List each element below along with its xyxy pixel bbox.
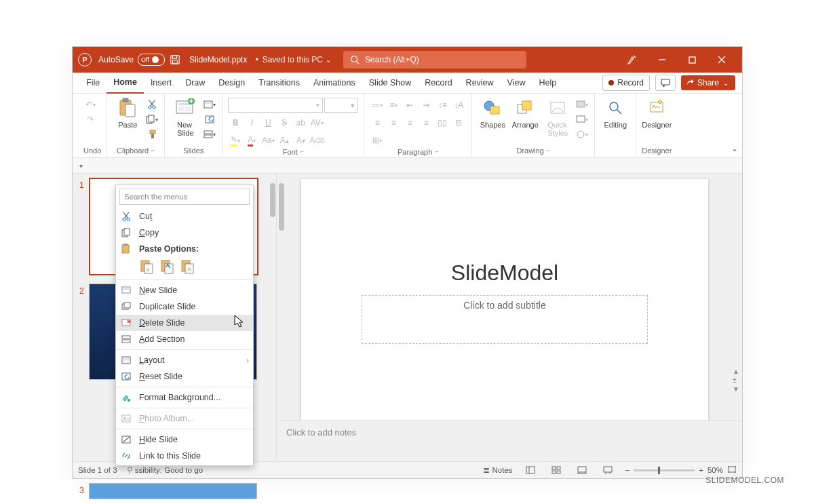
- view-slideshow-icon[interactable]: [600, 464, 616, 476]
- menu-layout[interactable]: Layout ›: [116, 352, 253, 368]
- line-spacing-button[interactable]: ↕≡: [435, 98, 450, 113]
- menu-search-input[interactable]: Search the menus: [119, 189, 250, 205]
- editing-button[interactable]: Editing: [600, 96, 630, 129]
- record-button[interactable]: Record: [602, 75, 650, 91]
- menu-reset-slide[interactable]: Reset Slide: [116, 368, 253, 385]
- nav-arrows[interactable]: ▲±▼: [733, 368, 739, 393]
- notes-toggle[interactable]: ≣ Notes: [483, 465, 512, 475]
- strike-button[interactable]: S: [277, 115, 292, 130]
- ink-icon[interactable]: [617, 47, 647, 73]
- layout-button[interactable]: ▾: [203, 98, 216, 111]
- save-status-caret-icon[interactable]: ⌄: [326, 56, 331, 64]
- tab-help[interactable]: Help: [532, 73, 563, 93]
- slide-scrollbar[interactable]: [278, 175, 286, 231]
- thumb-scrollbar[interactable]: [268, 175, 276, 463]
- menu-new-slide[interactable]: New Slide: [116, 282, 253, 298]
- arrange-button[interactable]: Arrange: [510, 96, 540, 129]
- highlight-button[interactable]: ✎▾: [228, 133, 243, 148]
- shape-fill-button[interactable]: ▾: [575, 98, 589, 111]
- menu-format-background[interactable]: Format Background...: [116, 389, 253, 406]
- text-direction-button[interactable]: ↕A: [451, 98, 466, 113]
- maximize-button[interactable]: [677, 47, 707, 73]
- menu-duplicate-slide[interactable]: Duplicate Slide: [116, 298, 253, 315]
- cut-button[interactable]: [145, 98, 159, 111]
- tab-review[interactable]: Review: [459, 73, 501, 93]
- grow-font-button[interactable]: A▴: [277, 133, 292, 148]
- shape-outline-button[interactable]: ▾: [575, 113, 589, 126]
- align-left-button[interactable]: ≡: [370, 115, 385, 130]
- redo-button[interactable]: ↷: [83, 113, 97, 126]
- tab-draw[interactable]: Draw: [178, 73, 212, 93]
- justify-button[interactable]: ≡: [419, 115, 433, 130]
- tab-home[interactable]: Home: [106, 72, 144, 94]
- qab-customize-icon[interactable]: ▾: [79, 162, 83, 170]
- menu-delete-slide[interactable]: Delete Slide: [116, 315, 253, 331]
- menu-cut[interactable]: Cut: [116, 208, 253, 225]
- fit-window-icon[interactable]: [727, 465, 737, 475]
- font-name-combo[interactable]: ▾: [228, 98, 323, 113]
- zoom-control[interactable]: − + 50%: [625, 465, 737, 475]
- zoom-percent[interactable]: 50%: [708, 466, 723, 474]
- shadow-button[interactable]: ab: [293, 115, 308, 130]
- dialog-launcher-icon[interactable]: ⌐: [547, 147, 550, 155]
- paste-option-picture[interactable]: A: [180, 258, 196, 275]
- view-reading-icon[interactable]: [574, 464, 590, 476]
- dialog-launcher-icon[interactable]: ⌐: [435, 148, 438, 156]
- tab-animations[interactable]: Animations: [307, 73, 362, 93]
- indent-dec-button[interactable]: ⇤: [402, 98, 417, 113]
- align-center-button[interactable]: ≡: [386, 115, 401, 130]
- collapse-ribbon-icon[interactable]: ⌄: [731, 144, 738, 153]
- minimize-button[interactable]: [647, 47, 677, 73]
- menu-add-section[interactable]: Add Section: [116, 331, 253, 347]
- copy-button[interactable]: ▾: [145, 113, 159, 126]
- quick-styles-button[interactable]: Quick Styles: [543, 96, 573, 137]
- save-icon[interactable]: [170, 54, 181, 65]
- convert-smartart-button[interactable]: ⊞▾: [370, 133, 385, 148]
- change-case-button[interactable]: Aa▾: [260, 133, 275, 148]
- tab-view[interactable]: View: [501, 73, 532, 93]
- menu-link-to-slide[interactable]: Link to this Slide: [116, 448, 253, 464]
- numbering-button[interactable]: ≡▾: [386, 98, 401, 113]
- indent-inc-button[interactable]: ⇥: [419, 98, 433, 113]
- view-sorter-icon[interactable]: [548, 464, 564, 476]
- close-button[interactable]: [707, 47, 737, 73]
- underline-button[interactable]: U: [260, 115, 275, 130]
- tab-design[interactable]: Design: [212, 73, 252, 93]
- notes-pane[interactable]: Click to add notes: [277, 420, 742, 461]
- bullets-button[interactable]: ≔▾: [370, 98, 385, 113]
- slide-subtitle-placeholder[interactable]: Click to add subtitle: [362, 295, 648, 344]
- shape-effects-button[interactable]: ▾: [575, 128, 589, 141]
- font-size-combo[interactable]: ▾: [324, 98, 358, 113]
- columns-button[interactable]: ▯▯: [435, 115, 450, 130]
- slide-title[interactable]: SlideModel: [451, 260, 558, 286]
- shapes-button[interactable]: Shapes: [478, 96, 507, 129]
- align-text-button[interactable]: ⊟: [451, 115, 466, 130]
- tab-record[interactable]: Record: [418, 73, 459, 93]
- share-button[interactable]: Share⌄: [681, 75, 735, 90]
- format-painter-button[interactable]: [145, 128, 159, 141]
- clear-format-button[interactable]: A⌫: [309, 133, 324, 148]
- spacing-button[interactable]: AV▾: [309, 115, 324, 130]
- zoom-out-icon[interactable]: −: [625, 466, 630, 474]
- bold-button[interactable]: B: [228, 115, 243, 130]
- designer-button[interactable]: Designer: [642, 96, 672, 129]
- menu-hide-slide[interactable]: Hide Slide: [116, 431, 253, 448]
- menu-copy[interactable]: Copy: [116, 225, 253, 241]
- tab-transitions[interactable]: Transitions: [252, 73, 307, 93]
- tab-insert[interactable]: Insert: [144, 73, 178, 93]
- tab-slideshow[interactable]: Slide Show: [362, 73, 419, 93]
- autosave-toggle[interactable]: Off: [138, 54, 165, 66]
- comments-button[interactable]: [655, 75, 676, 91]
- paste-option-keep-source[interactable]: [159, 258, 176, 275]
- align-right-button[interactable]: ≡: [402, 115, 417, 130]
- zoom-in-icon[interactable]: +: [699, 466, 703, 474]
- view-normal-icon[interactable]: [522, 464, 539, 476]
- dialog-launcher-icon[interactable]: ⌐: [301, 148, 304, 156]
- search-box[interactable]: Search (Alt+Q): [343, 51, 526, 69]
- new-slide-button[interactable]: New Slide: [170, 96, 200, 137]
- slide-canvas[interactable]: SlideModel Click to add subtitle: [301, 179, 708, 420]
- reset-button[interactable]: [203, 113, 216, 126]
- paste-option-dest-theme[interactable]: a: [139, 258, 155, 275]
- zoom-slider[interactable]: [634, 469, 695, 471]
- font-color-button[interactable]: A▾: [244, 133, 259, 148]
